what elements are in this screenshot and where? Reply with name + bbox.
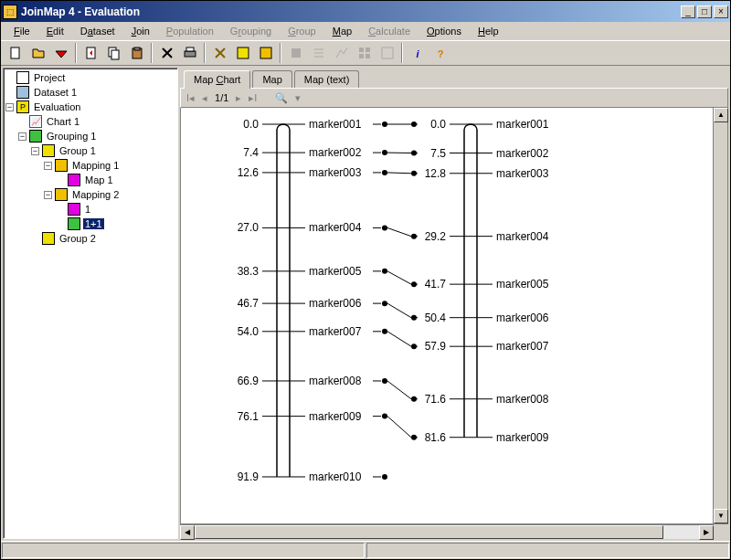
group-icon [42,144,55,157]
svg-point-33 [382,150,387,155]
svg-text:marker004: marker004 [496,230,549,243]
svg-text:12.8: 12.8 [425,167,447,180]
svg-rect-8 [238,48,249,58]
svg-text:7.4: 7.4 [243,146,259,159]
svg-text:marker010: marker010 [309,470,362,483]
svg-text:marker004: marker004 [309,221,362,234]
svg-point-75 [382,378,387,384]
tb-import[interactable] [80,43,101,63]
map-icon [68,203,80,216]
svg-text:50.4: 50.4 [425,312,447,324]
expander-icon[interactable]: − [44,162,52,170]
nav-prev-icon[interactable]: ◂ [202,92,207,104]
tb-info[interactable]: i [407,43,428,63]
scroll-thumb[interactable] [195,525,663,539]
tb-help[interactable]: ? [429,43,450,63]
menu-dataset[interactable]: Dataset [73,24,122,38]
horizontal-scrollbar[interactable]: ◀ ▶ [180,524,714,539]
mapping-icon [55,159,68,172]
scroll-down-icon[interactable]: ▼ [714,509,728,523]
tree-node-mapping1[interactable]: −Mapping 1 [5,158,175,173]
tree-node-mapping2[interactable]: −Mapping 2 [5,187,175,202]
tb-new[interactable] [5,43,26,63]
svg-text:marker008: marker008 [496,393,549,406]
tb-open[interactable] [27,43,48,63]
expander-icon[interactable]: − [31,147,39,155]
tab-map[interactable]: Map [252,70,291,88]
tb-view1 [285,43,306,63]
tb-print[interactable] [179,43,200,63]
svg-text:41.7: 41.7 [425,278,447,291]
svg-point-40 [382,170,387,175]
menu-join[interactable]: Join [124,24,157,38]
scroll-right-icon[interactable]: ▶ [699,525,714,540]
nav-first-icon[interactable]: I◂ [186,92,195,104]
map-chart-svg: 0.0marker0017.4marker00212.6marker00327.… [181,108,693,510]
menu-calculate: Calculate [361,24,418,38]
map-icon [68,217,80,230]
zoom-dropdown-icon[interactable]: ▾ [295,92,301,104]
expander-icon[interactable]: − [5,103,14,111]
nav-last-icon[interactable]: ▸I [249,92,257,104]
menu-edit[interactable]: Edit [39,24,71,38]
svg-rect-10 [291,48,301,58]
project-tree[interactable]: Project Dataset 1 −PEvaluation 📈Chart 1 … [3,68,178,539]
status-panel-2 [366,543,729,558]
expander-icon[interactable]: − [44,191,52,199]
tb-calc2[interactable] [255,43,276,63]
tb-tools[interactable] [156,43,177,63]
menu-help[interactable]: Help [471,24,506,38]
project-icon [16,71,29,84]
nav-next-icon[interactable]: ▸ [236,92,241,104]
menu-group: Group [281,24,323,38]
svg-text:marker006: marker006 [496,312,549,324]
tree-node-grouping1[interactable]: −Grouping 1 [5,129,175,143]
tb-view5 [376,43,397,63]
tab-map-text[interactable]: Map (text) [294,70,360,88]
scroll-up-icon[interactable]: ▲ [714,108,728,122]
close-button[interactable]: × [714,5,728,18]
svg-line-159 [387,271,411,284]
svg-point-132 [411,315,417,321]
vertical-scrollbar[interactable]: ▲ ▼ [713,108,727,523]
tree-node-map-1plus1[interactable]: 1+1 [5,217,175,231]
svg-text:marker003: marker003 [496,167,549,180]
tree-node-chart1[interactable]: 📈Chart 1 [5,114,175,129]
minimize-button[interactable]: _ [681,5,695,18]
tab-map-chart[interactable]: Map Chart [184,70,250,89]
tb-copy[interactable] [103,43,124,63]
tree-node-project[interactable]: Project [5,70,175,85]
map-chart-canvas[interactable]: 0.0marker0017.4marker00212.6marker00327.… [181,108,713,523]
maximize-button[interactable]: □ [697,5,712,18]
svg-text:marker009: marker009 [496,431,549,444]
svg-point-54 [382,269,387,274]
svg-rect-12 [366,48,370,52]
svg-text:marker007: marker007 [309,325,362,338]
menu-map[interactable]: Map [325,24,359,38]
menu-options[interactable]: Options [419,24,469,38]
tb-save[interactable] [50,43,71,63]
tree-node-group1[interactable]: −Group 1 [5,143,175,158]
menu-file[interactable]: File [6,24,37,38]
tree-node-evaluation[interactable]: −PEvaluation [5,100,175,114]
scroll-left-icon[interactable]: ◀ [180,525,195,540]
tb-calc1[interactable] [232,43,253,63]
expander-icon[interactable]: − [18,132,26,141]
menu-grouping: Grouping [223,24,279,38]
tb-paste[interactable] [126,43,147,63]
svg-text:?: ? [437,48,443,59]
tb-settings[interactable] [209,43,230,63]
svg-text:0.0: 0.0 [430,118,446,131]
svg-rect-3 [111,50,119,59]
tree-node-map-1[interactable]: 1 [5,202,175,217]
svg-text:marker007: marker007 [496,340,549,353]
svg-rect-15 [382,48,393,58]
tree-node-map1[interactable]: Map 1 [5,173,175,187]
tree-node-dataset1[interactable]: Dataset 1 [5,85,175,100]
zoom-icon[interactable]: 🔍 [275,92,288,104]
menu-population: Population [159,24,221,38]
map-icon [68,174,80,186]
dataset-icon [16,86,29,99]
tree-node-group2[interactable]: Group 2 [5,231,175,246]
window-title: JoinMap 4 - Evaluation [21,5,681,18]
